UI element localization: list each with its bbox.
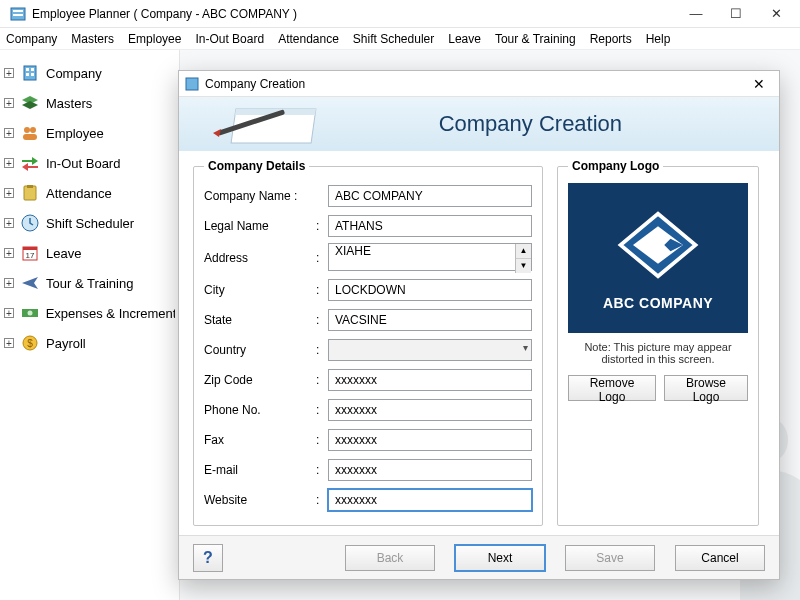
cancel-button[interactable]: Cancel	[675, 545, 765, 571]
label-website: Website	[204, 493, 316, 507]
browse-logo-button[interactable]: Browse Logo	[664, 375, 748, 401]
menu-reports[interactable]: Reports	[590, 32, 632, 46]
money-icon	[18, 303, 42, 323]
menu-in-out-board[interactable]: In-Out Board	[195, 32, 264, 46]
sidebar-item-payroll[interactable]: + $ Payroll	[4, 328, 175, 358]
company-logo-icon	[608, 205, 708, 285]
svg-text:$: $	[27, 338, 33, 349]
menu-leave[interactable]: Leave	[448, 32, 481, 46]
dialog-titlebar: Company Creation ✕	[179, 71, 779, 97]
next-button[interactable]: Next	[455, 545, 545, 571]
expand-icon[interactable]: +	[4, 68, 14, 78]
plane-icon	[18, 273, 42, 293]
svg-rect-1	[13, 10, 23, 12]
label-country: Country	[204, 343, 316, 357]
app-icon	[10, 6, 26, 22]
close-button[interactable]: ✕	[756, 2, 796, 26]
sidebar: + Company + Masters + Employee + In-Out …	[0, 50, 180, 600]
input-state[interactable]	[328, 309, 532, 331]
svg-marker-28	[213, 129, 221, 137]
sidebar-item-expenses[interactable]: + Expenses & Increment	[4, 298, 175, 328]
sidebar-item-attendance[interactable]: + Attendance	[4, 178, 175, 208]
select-country[interactable]	[328, 339, 532, 361]
input-city[interactable]	[328, 279, 532, 301]
sidebar-item-in-out-board[interactable]: + In-Out Board	[4, 148, 175, 178]
input-fax[interactable]	[328, 429, 532, 451]
input-website[interactable]	[328, 489, 532, 511]
svg-point-20	[27, 311, 32, 316]
svg-text:17: 17	[26, 251, 35, 260]
company-creation-dialog: Company Creation ✕ Company Creation Comp…	[178, 70, 780, 580]
svg-point-11	[30, 127, 36, 133]
coin-icon: $	[18, 333, 42, 353]
expand-icon[interactable]: +	[4, 278, 14, 288]
clock-icon	[18, 213, 42, 233]
sidebar-item-shift-scheduler[interactable]: + Shift Scheduler	[4, 208, 175, 238]
svg-rect-17	[23, 247, 37, 250]
menu-employee[interactable]: Employee	[128, 32, 181, 46]
calendar-icon: 17	[18, 243, 42, 263]
menu-help[interactable]: Help	[646, 32, 671, 46]
menu-masters[interactable]: Masters	[71, 32, 114, 46]
svg-rect-3	[24, 66, 36, 80]
dialog-title: Company Creation	[205, 77, 745, 91]
expand-icon[interactable]: +	[4, 218, 14, 228]
sidebar-item-leave[interactable]: + 17 Leave	[4, 238, 175, 268]
svg-rect-5	[31, 68, 34, 71]
menu-shift-scheduler[interactable]: Shift Scheduler	[353, 32, 434, 46]
help-button[interactable]: ?	[193, 544, 223, 572]
input-legal-name[interactable]	[328, 215, 532, 237]
input-company-name[interactable]	[328, 185, 532, 207]
sidebar-item-label: Employee	[46, 126, 104, 141]
expand-icon[interactable]: +	[4, 338, 14, 348]
expand-icon[interactable]: +	[4, 98, 14, 108]
input-address[interactable]: XIAHE	[328, 243, 532, 271]
address-scroll-down-icon[interactable]: ▼	[516, 258, 531, 273]
menu-attendance[interactable]: Attendance	[278, 32, 339, 46]
window-title: Employee Planner ( Company - ABC COMPANY…	[32, 7, 676, 21]
sidebar-item-label: Company	[46, 66, 102, 81]
sidebar-item-tour-training[interactable]: + Tour & Training	[4, 268, 175, 298]
clipboard-icon	[18, 183, 42, 203]
menu-tour-training[interactable]: Tour & Training	[495, 32, 576, 46]
input-phone[interactable]	[328, 399, 532, 421]
input-email[interactable]	[328, 459, 532, 481]
label-legal-name: Legal Name	[204, 219, 316, 233]
sidebar-item-employee[interactable]: + Employee	[4, 118, 175, 148]
svg-rect-4	[26, 68, 29, 71]
menu-company[interactable]: Company	[6, 32, 57, 46]
address-scroll-up-icon[interactable]: ▲	[516, 244, 531, 258]
expand-icon[interactable]: +	[4, 128, 14, 138]
minimize-button[interactable]: —	[676, 2, 716, 26]
building-icon	[18, 63, 42, 83]
dialog-banner: Company Creation	[179, 97, 779, 151]
svg-rect-2	[13, 14, 23, 16]
menubar: Company Masters Employee In-Out Board At…	[0, 28, 800, 50]
svg-marker-9	[22, 101, 38, 109]
arrows-icon	[18, 153, 42, 173]
expand-icon[interactable]: +	[4, 188, 14, 198]
window-controls: — ☐ ✕	[676, 2, 796, 26]
company-logo-fieldset: Company Logo ABC COMPANY Note: This pict…	[557, 159, 759, 526]
svg-rect-24	[186, 78, 198, 90]
expand-icon[interactable]: +	[4, 248, 14, 258]
chevron-down-icon[interactable]: ▾	[523, 342, 528, 353]
logo-note: Note: This picture may appear distorted …	[568, 341, 748, 365]
input-zip[interactable]	[328, 369, 532, 391]
sidebar-item-label: Leave	[46, 246, 81, 261]
sidebar-item-label: Tour & Training	[46, 276, 133, 291]
remove-logo-button[interactable]: Remove Logo	[568, 375, 656, 401]
notepad-pen-icon	[187, 101, 327, 147]
sidebar-item-label: Payroll	[46, 336, 86, 351]
svg-rect-7	[31, 73, 34, 76]
label-address: Address	[204, 251, 316, 265]
maximize-button[interactable]: ☐	[716, 2, 756, 26]
label-company-name: Company Name :	[204, 189, 316, 203]
sidebar-item-masters[interactable]: + Masters	[4, 88, 175, 118]
dialog-close-button[interactable]: ✕	[745, 76, 773, 92]
expand-icon[interactable]: +	[4, 158, 14, 168]
sidebar-item-company[interactable]: + Company	[4, 58, 175, 88]
expand-icon[interactable]: +	[4, 308, 14, 318]
label-city: City	[204, 283, 316, 297]
sidebar-item-label: Expenses & Increment	[46, 306, 175, 321]
